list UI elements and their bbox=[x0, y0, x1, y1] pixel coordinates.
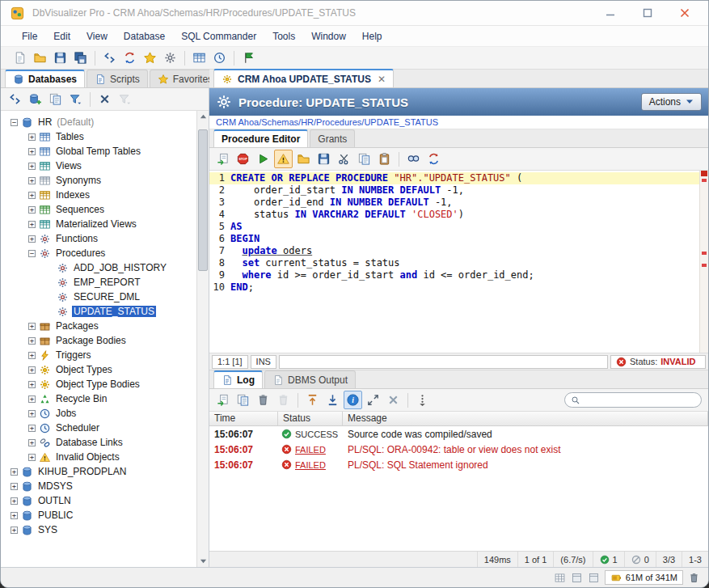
expand-plus-icon[interactable]: + bbox=[28, 410, 36, 417]
log-search-box[interactable] bbox=[564, 392, 702, 408]
menu-database[interactable]: Database bbox=[116, 27, 173, 45]
expand-plus-icon[interactable]: + bbox=[28, 439, 36, 446]
filter-options-button[interactable] bbox=[116, 90, 134, 108]
expand-plus-icon[interactable]: + bbox=[11, 497, 18, 505]
scroll-up-icon[interactable] bbox=[197, 111, 209, 123]
tree-item-sequences[interactable]: +Sequences bbox=[1, 202, 196, 217]
tree-item-packages[interactable]: +Packages bbox=[1, 319, 196, 333]
tree-item-kihub-prodplan[interactable]: +KIHUB_PRODPLAN bbox=[1, 464, 196, 479]
copy-log-button[interactable] bbox=[234, 391, 252, 409]
menu-help[interactable]: Help bbox=[354, 27, 390, 45]
expand-minus-icon[interactable]: − bbox=[28, 250, 36, 257]
tool-properties-button[interactable] bbox=[161, 49, 179, 67]
duplicate-connection-button[interactable] bbox=[46, 90, 65, 108]
tree-item-procedures[interactable]: −Procedures bbox=[1, 246, 196, 260]
tab-databases[interactable]: Databases bbox=[5, 70, 85, 87]
tree-item-emp-report[interactable]: EMP_REPORT bbox=[1, 275, 196, 290]
column-header-status[interactable]: Status bbox=[278, 412, 343, 425]
paste-button[interactable] bbox=[375, 150, 394, 168]
filter-button[interactable] bbox=[66, 90, 85, 108]
tree-item-functions[interactable]: +Functions bbox=[1, 231, 196, 246]
show-details-button[interactable]: i bbox=[344, 391, 362, 409]
compile-save-button[interactable] bbox=[213, 150, 232, 168]
scrollbar-track[interactable] bbox=[197, 123, 209, 555]
column-header-message[interactable]: Message bbox=[343, 412, 708, 425]
expand-plus-icon[interactable]: + bbox=[28, 323, 36, 330]
expand-plus-icon[interactable]: + bbox=[28, 177, 36, 184]
tree-item-database-links[interactable]: +Database Links bbox=[1, 435, 196, 450]
expand-plus-icon[interactable]: + bbox=[28, 133, 36, 141]
expand-plus-icon[interactable]: + bbox=[28, 337, 36, 345]
more-options-button[interactable] bbox=[413, 391, 432, 409]
tree-item-update-status[interactable]: UPDATE_STATUS bbox=[1, 304, 196, 319]
menu-file[interactable]: File bbox=[14, 27, 45, 45]
tree-item-synonyms[interactable]: +Synonyms bbox=[1, 173, 196, 188]
expand-plus-icon[interactable]: + bbox=[28, 381, 36, 388]
tree-item-object-types[interactable]: +Object Types bbox=[1, 362, 196, 377]
execute-button[interactable] bbox=[254, 150, 272, 168]
expand-plus-icon[interactable]: + bbox=[28, 396, 36, 403]
close-log-button[interactable] bbox=[384, 391, 403, 409]
code-line[interactable]: 8 set current_status = status bbox=[209, 257, 699, 269]
remove-entry-button[interactable] bbox=[254, 391, 272, 409]
new-file-button[interactable] bbox=[11, 49, 29, 67]
tree-item-tables[interactable]: +Tables bbox=[1, 129, 196, 144]
error-mark[interactable] bbox=[702, 179, 707, 182]
grid-view-icon[interactable] bbox=[554, 572, 566, 584]
tree-item-sys[interactable]: +SYS bbox=[1, 522, 196, 537]
panel-layout-icon[interactable] bbox=[571, 572, 583, 584]
tree-scrollbar[interactable] bbox=[196, 111, 209, 567]
error-stripe[interactable] bbox=[699, 171, 708, 353]
log-search-input[interactable] bbox=[584, 396, 695, 405]
scrollbar-thumb[interactable] bbox=[198, 129, 208, 271]
code-line[interactable]: 5AS bbox=[209, 221, 699, 233]
actions-button[interactable]: Actions bbox=[641, 93, 702, 111]
tab-scripts[interactable]: Scripts bbox=[87, 70, 148, 87]
code-line[interactable]: 2 order_id_start IN NUMBER DEFAULT -1, bbox=[209, 184, 699, 197]
tree-item-invalid-objects[interactable]: +Invalid Objects bbox=[1, 450, 196, 464]
tree-item-outln[interactable]: +OUTLN bbox=[1, 493, 196, 508]
tree-item-recycle-bin[interactable]: +Recycle Bin bbox=[1, 391, 196, 406]
expand-plus-icon[interactable]: + bbox=[11, 468, 18, 476]
code-line[interactable]: 10END; bbox=[209, 281, 699, 294]
load-from-file-button[interactable] bbox=[294, 150, 313, 168]
expand-plus-icon[interactable]: + bbox=[28, 148, 36, 155]
copy-button[interactable] bbox=[355, 150, 373, 168]
maximize-button[interactable] bbox=[634, 3, 661, 23]
tree-item-triggers[interactable]: +Triggers bbox=[1, 348, 196, 362]
save-all-button[interactable] bbox=[71, 49, 90, 67]
expand-plus-icon[interactable]: + bbox=[11, 527, 18, 534]
scroll-down-icon[interactable] bbox=[197, 555, 209, 567]
expand-plus-icon[interactable]: + bbox=[28, 206, 36, 214]
menu-view[interactable]: View bbox=[78, 27, 116, 45]
tree-item-materialized-views[interactable]: +Materialized Views bbox=[1, 217, 196, 231]
tree-item-global-temp-tables[interactable]: +Global Temp Tables bbox=[1, 144, 196, 159]
expand-minus-icon[interactable]: − bbox=[11, 119, 18, 126]
log-row[interactable]: 15:06:07SUCCESSSource code was compiled/… bbox=[209, 426, 708, 442]
tree-item-views[interactable]: +Views bbox=[1, 159, 196, 173]
tab-dbms-output[interactable]: DBMS Output bbox=[264, 370, 356, 388]
tree-item-scheduler[interactable]: +Scheduler bbox=[1, 421, 196, 435]
code-line[interactable]: 7 update oders bbox=[209, 245, 699, 257]
favorites-button[interactable] bbox=[141, 49, 159, 67]
tree-item-jobs[interactable]: +Jobs bbox=[1, 406, 196, 421]
create-connection-button[interactable] bbox=[26, 90, 44, 108]
export-log-button[interactable] bbox=[213, 391, 232, 409]
panel-layout-2-icon[interactable] bbox=[588, 572, 600, 584]
expand-plus-icon[interactable]: + bbox=[28, 221, 36, 228]
code-line[interactable]: 4 status IN VARCHAR2 DEFAULT 'CLOSED') bbox=[209, 209, 699, 221]
garbage-collect-icon[interactable] bbox=[688, 572, 700, 584]
monitor-button[interactable] bbox=[210, 49, 229, 67]
expand-plus-icon[interactable]: + bbox=[28, 352, 36, 359]
cut-button[interactable] bbox=[335, 150, 353, 168]
object-tab[interactable]: CRM Ahoa UPDATE_STATUS ✕ bbox=[213, 69, 394, 87]
code-line[interactable]: 3 order_id_end IN NUMBER DEFAULT -1, bbox=[209, 197, 699, 209]
stop-button[interactable]: STOP bbox=[234, 150, 252, 168]
close-button[interactable] bbox=[671, 3, 698, 23]
table-data-button[interactable] bbox=[190, 49, 209, 67]
expand-plus-icon[interactable]: + bbox=[28, 192, 36, 199]
scroll-to-bottom-button[interactable] bbox=[323, 391, 342, 409]
tree-item-package-bodies[interactable]: +Package Bodies bbox=[1, 333, 196, 348]
log-row[interactable]: 15:06:07FAILEDPL/SQL: SQL Statement igno… bbox=[209, 457, 708, 472]
error-mark[interactable] bbox=[702, 264, 707, 267]
